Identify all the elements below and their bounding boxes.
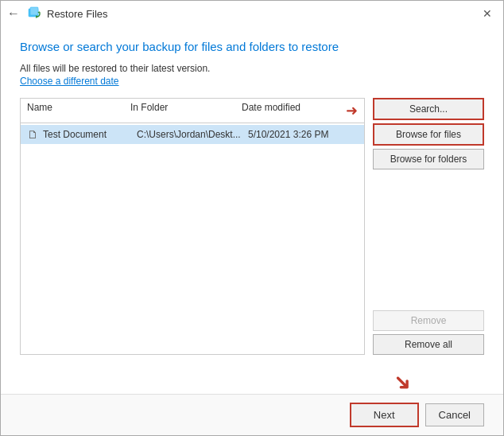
remove-button: Remove xyxy=(373,310,484,331)
search-button[interactable]: Search... xyxy=(373,98,484,120)
back-button[interactable]: ← xyxy=(7,6,20,21)
browse-folders-button[interactable]: Browse for folders xyxy=(373,149,484,169)
remove-all-button[interactable]: Remove all xyxy=(373,334,484,355)
bottom-arrow-area: ➜ xyxy=(1,364,503,394)
file-icon: 🗋 xyxy=(27,128,38,141)
cancel-button[interactable]: Cancel xyxy=(425,403,484,426)
window-title: Restore Files xyxy=(47,8,108,20)
file-name: Test Document xyxy=(43,129,137,140)
title-bar-left: ← Restore Files xyxy=(7,6,108,21)
file-list-header: Name In Folder Date modified ➜ xyxy=(21,99,364,123)
arrow-indicator-right: ➜ xyxy=(346,102,358,119)
col-name-header: Name xyxy=(27,102,130,119)
bottom-bar: Next Cancel xyxy=(1,394,503,435)
browse-files-button[interactable]: Browse for files xyxy=(373,123,484,146)
col-folder-header: In Folder xyxy=(130,102,242,119)
svg-rect-1 xyxy=(30,7,38,15)
page-title: Browse or search your backup for files a… xyxy=(20,39,484,55)
content-area: Browse or search your backup for files a… xyxy=(1,26,503,364)
file-folder: C:\Users\Jordan\Deskt... xyxy=(137,129,248,140)
restore-files-window: ← Restore Files ✕ Browse or search your … xyxy=(0,0,504,436)
bottom-section: ➜ Next Cancel xyxy=(1,364,503,435)
close-button[interactable]: ✕ xyxy=(478,4,497,23)
file-list-body: 🗋 Test Document C:\Users\Jordan\Deskt...… xyxy=(21,123,364,355)
restore-icon xyxy=(28,6,42,21)
main-area: Name In Folder Date modified ➜ 🗋 Test Do… xyxy=(20,98,484,356)
title-bar: ← Restore Files ✕ xyxy=(1,1,503,26)
buttons-panel: Search... Browse for files Browse for fo… xyxy=(373,98,484,356)
col-date-header: Date modified xyxy=(242,102,343,119)
table-row[interactable]: 🗋 Test Document C:\Users\Jordan\Deskt...… xyxy=(21,125,364,144)
file-list-panel: Name In Folder Date modified ➜ 🗋 Test Do… xyxy=(20,98,365,356)
subtitle: All files will be restored to their late… xyxy=(20,63,484,74)
next-button[interactable]: Next xyxy=(350,403,419,427)
file-date: 5/10/2021 3:26 PM xyxy=(248,129,358,140)
choose-date-link[interactable]: Choose a different date xyxy=(20,76,484,87)
